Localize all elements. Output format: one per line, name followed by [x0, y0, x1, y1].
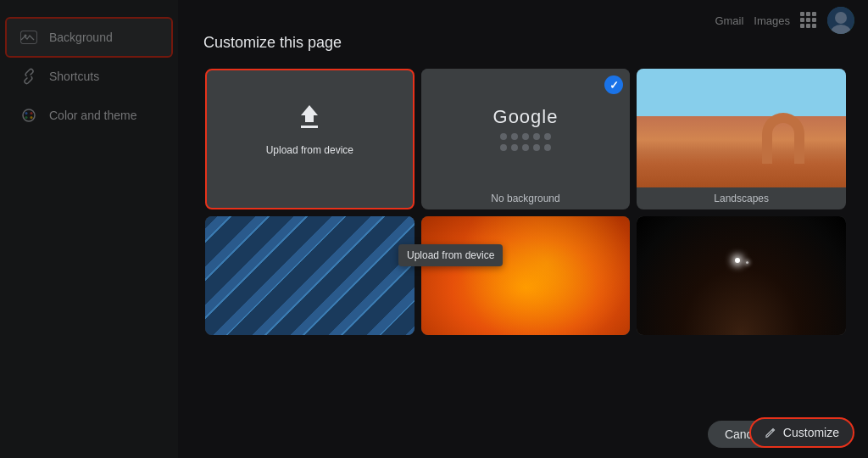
svg-marker-12: [301, 105, 318, 122]
customize-dialog: Customize this page Upload from device: [186, 17, 868, 458]
selected-badge: [604, 75, 623, 94]
upload-thumb: Upload from device: [207, 70, 413, 189]
upload-icon: [298, 103, 321, 132]
customize-button[interactable]: Customize: [749, 417, 854, 448]
space-thumb: [637, 216, 846, 335]
gallery-container: Upload from device Google No background: [203, 65, 851, 411]
orange-item[interactable]: [421, 216, 631, 335]
google-thumb: Google: [421, 69, 631, 187]
geometric-thumb: [205, 216, 415, 335]
gallery-scroll[interactable]: Upload from device Google No background: [203, 65, 851, 411]
orange-thumb: [421, 216, 631, 335]
google-default-label: No background: [421, 187, 631, 209]
landscape-thumb: [637, 69, 846, 187]
dialog-title: Customize this page: [203, 17, 851, 65]
landscapes-item[interactable]: Landscapes: [637, 69, 846, 209]
space-item[interactable]: [637, 216, 846, 335]
google-default-item[interactable]: Google No background: [421, 69, 631, 209]
google-dots: [500, 133, 551, 151]
pencil-icon: [765, 427, 776, 438]
upload-tooltip: Upload from device: [398, 244, 503, 266]
geometric-item[interactable]: [205, 216, 415, 335]
upload-item[interactable]: Upload from device: [205, 69, 415, 209]
gallery-grid: Upload from device Google No background: [203, 65, 848, 338]
google-text: Google: [493, 106, 559, 128]
svg-rect-13: [301, 126, 318, 128]
landscapes-label: Landscapes: [637, 187, 846, 209]
upload-label: Upload from device: [266, 144, 353, 156]
customize-label: Customize: [783, 426, 839, 439]
